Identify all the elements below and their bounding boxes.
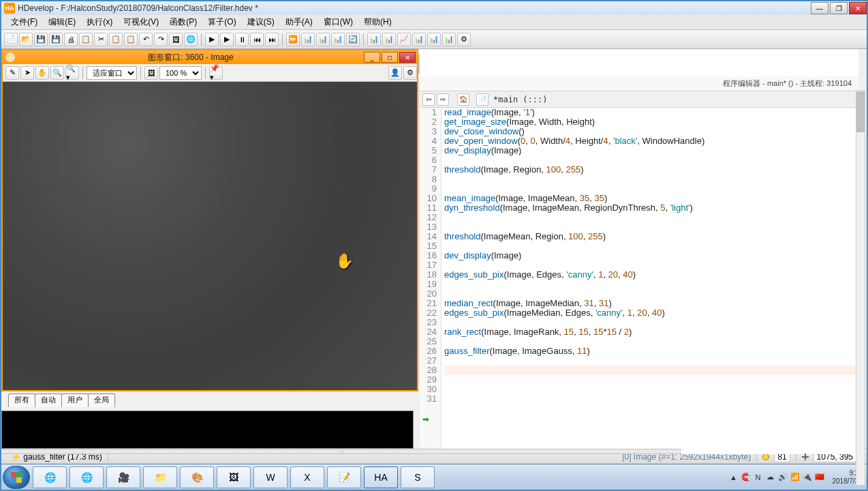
var-tab-0[interactable]: 所有 bbox=[8, 393, 35, 407]
image-icon[interactable]: 🖼 bbox=[144, 66, 158, 80]
code-line-9[interactable] bbox=[444, 184, 858, 194]
code-line-30[interactable] bbox=[444, 385, 858, 394]
menu-item-2[interactable]: 执行(x) bbox=[81, 15, 118, 29]
image-minimize-button[interactable]: _ bbox=[364, 52, 380, 63]
code-line-7[interactable]: threshold(Image, Region, 100, 255) bbox=[444, 165, 858, 175]
toolbar-btn-8[interactable]: 📋 bbox=[124, 33, 138, 46]
code-line-27[interactable] bbox=[444, 356, 858, 366]
code-line-1[interactable]: read_image(Image, '1') bbox=[444, 108, 858, 117]
toolbar-btn-15[interactable]: ▶ bbox=[220, 33, 234, 46]
toolbar-btn-27[interactable]: 📊 bbox=[382, 33, 396, 46]
toolbar-btn-12[interactable]: 🌐 bbox=[184, 33, 198, 46]
fit-mode-select[interactable]: 适应窗口 bbox=[87, 66, 137, 80]
home-icon[interactable]: 🏠 bbox=[457, 93, 469, 106]
zoom-select[interactable]: 100 % bbox=[159, 66, 202, 80]
toolbar-btn-0[interactable]: 📄 bbox=[4, 33, 18, 46]
toolbar-btn-18[interactable]: ⏭ bbox=[265, 33, 279, 46]
user-icon[interactable]: 👤 bbox=[388, 66, 402, 80]
tray-icon-6[interactable]: 🔌 bbox=[803, 473, 812, 482]
code-line-5[interactable]: dev_display(Image) bbox=[444, 146, 858, 155]
code-line-19[interactable] bbox=[444, 280, 858, 289]
toolbar-btn-4[interactable]: 🖨 bbox=[64, 33, 78, 46]
toolbar-btn-23[interactable]: 📊 bbox=[331, 33, 345, 46]
taskbar-item-2[interactable]: 🎥 bbox=[106, 466, 140, 488]
tray-icon-1[interactable]: 🧲 bbox=[741, 473, 751, 482]
code-line-28[interactable] bbox=[444, 366, 858, 375]
code-line-24[interactable]: rank_rect(Image, ImageRank, 15, 15, 15*1… bbox=[444, 327, 858, 337]
code-line-3[interactable]: dev_close_window() bbox=[444, 127, 858, 136]
toolbar-btn-22[interactable]: 📊 bbox=[316, 33, 330, 46]
var-tab-3[interactable]: 全局 bbox=[88, 393, 115, 407]
code-line-16[interactable]: dev_display(Image) bbox=[444, 251, 858, 261]
tray-icon-5[interactable]: 📶 bbox=[790, 473, 800, 482]
scrollbar-thumb[interactable] bbox=[856, 91, 865, 132]
image-window-titlebar[interactable]: 图形窗口: 3600 - Image _ □ ✕ bbox=[3, 50, 417, 64]
code-line-12[interactable] bbox=[444, 213, 858, 222]
image-display-area[interactable]: ✋ bbox=[3, 82, 417, 390]
taskbar-item-9[interactable]: HA bbox=[364, 466, 398, 488]
taskbar-item-6[interactable]: W bbox=[253, 466, 288, 488]
taskbar-item-4[interactable]: 🎨 bbox=[180, 466, 214, 488]
toolbar-btn-30[interactable]: 📊 bbox=[427, 33, 441, 46]
forward-icon[interactable]: ⇨ bbox=[437, 93, 449, 106]
menu-item-4[interactable]: 函数(P) bbox=[164, 15, 202, 29]
tray-icon-4[interactable]: 🔊 bbox=[778, 473, 788, 482]
toolbar-btn-7[interactable]: 📋 bbox=[109, 33, 123, 46]
toolbar-btn-1[interactable]: 📂 bbox=[19, 33, 33, 46]
code-line-13[interactable] bbox=[444, 222, 858, 232]
code-line-22[interactable]: edges_sub_pix(ImageMedian, Edges, 'canny… bbox=[444, 308, 858, 318]
horizontal-splitter[interactable] bbox=[1, 449, 681, 454]
taskbar-item-3[interactable]: 📁 bbox=[143, 466, 177, 488]
menu-item-7[interactable]: 助手(A) bbox=[280, 15, 318, 29]
menu-item-1[interactable]: 编辑(E) bbox=[43, 15, 81, 29]
code-line-15[interactable] bbox=[444, 241, 858, 251]
pencil-icon[interactable]: ✎ bbox=[5, 66, 19, 80]
magnify-icon[interactable]: 🔍 bbox=[50, 66, 64, 80]
back-icon[interactable]: ⇦ bbox=[422, 93, 435, 106]
toolbar-btn-6[interactable]: ✂ bbox=[94, 33, 108, 46]
menu-item-5[interactable]: 算子(O) bbox=[202, 15, 241, 29]
toolbar-btn-10[interactable]: ↷ bbox=[154, 33, 168, 46]
title-bar[interactable]: HA HDevelop - F:/HalconStudy/20180709/Ha… bbox=[1, 1, 867, 15]
maximize-button[interactable]: ❐ bbox=[830, 2, 848, 14]
start-button[interactable] bbox=[3, 466, 30, 489]
code-line-11[interactable]: dyn_threshold(Image, ImageMean, RegionDy… bbox=[444, 203, 858, 213]
toolbar-btn-9[interactable]: ↶ bbox=[139, 33, 153, 46]
toolbar-btn-11[interactable]: 🖼 bbox=[169, 33, 183, 46]
close-button[interactable]: ✕ bbox=[849, 2, 867, 14]
code-editor[interactable]: 1234567891011121314151617181920212223242… bbox=[420, 108, 858, 454]
toolbar-btn-32[interactable]: ⚙ bbox=[457, 33, 471, 46]
gear-icon[interactable]: ⚙ bbox=[403, 66, 417, 80]
tray-icon-2[interactable]: N bbox=[754, 473, 763, 482]
doc-icon[interactable]: 📄 bbox=[476, 93, 489, 106]
toolbar-btn-29[interactable]: 📊 bbox=[412, 33, 426, 46]
toolbar-btn-26[interactable]: 📊 bbox=[367, 33, 381, 46]
toolbar-btn-17[interactable]: ⏮ bbox=[250, 33, 264, 46]
tray-icon-7[interactable]: 🇨🇳 bbox=[815, 473, 824, 482]
code-line-6[interactable] bbox=[444, 155, 858, 165]
code-line-17[interactable] bbox=[444, 261, 858, 270]
code-line-31[interactable] bbox=[444, 394, 858, 404]
pointer-icon[interactable]: ➤ bbox=[20, 66, 34, 80]
var-tab-1[interactable]: 自动 bbox=[35, 393, 62, 407]
tray-icon-0[interactable]: ▲ bbox=[729, 473, 739, 482]
code-line-10[interactable]: mean_image(Image, ImageMean, 35, 35) bbox=[444, 194, 858, 203]
code-line-18[interactable]: edges_sub_pix(Image, Edges, 'canny', 1, … bbox=[444, 270, 858, 280]
toolbar-btn-14[interactable]: ▶ bbox=[205, 33, 219, 46]
taskbar-item-10[interactable]: S bbox=[401, 466, 435, 488]
toolbar-btn-24[interactable]: 🔄 bbox=[346, 33, 360, 46]
menu-item-9[interactable]: 帮助(H) bbox=[358, 15, 397, 29]
taskbar-item-8[interactable]: 📝 bbox=[327, 466, 361, 488]
menu-item-0[interactable]: 文件(F) bbox=[5, 15, 43, 29]
menu-item-6[interactable]: 建议(S) bbox=[242, 15, 280, 29]
menu-item-8[interactable]: 窗口(W) bbox=[318, 15, 358, 29]
code-line-21[interactable]: median_rect(Image, ImageMedian, 31, 31) bbox=[444, 299, 858, 308]
zoom-dropdown-icon[interactable]: 🔍▾ bbox=[65, 66, 79, 80]
code-content[interactable]: read_image(Image, '1')get_image_size(Ima… bbox=[441, 108, 858, 454]
code-line-23[interactable] bbox=[444, 318, 858, 327]
var-tab-2[interactable]: 用户 bbox=[61, 393, 89, 407]
vertical-scrollbar[interactable] bbox=[856, 90, 865, 486]
toolbar-btn-28[interactable]: 📈 bbox=[397, 33, 411, 46]
minimize-button[interactable]: — bbox=[811, 2, 828, 14]
code-line-2[interactable]: get_image_size(Image, Width, Height) bbox=[444, 117, 858, 127]
